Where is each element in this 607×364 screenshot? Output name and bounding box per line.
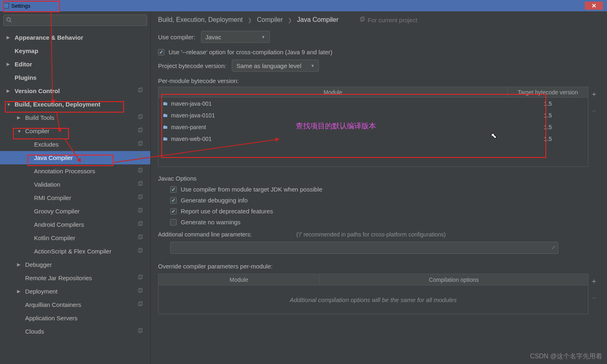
sidebar-item[interactable]: ▼Compiler <box>0 124 150 138</box>
cmdline-input[interactable]: ⤢ <box>170 242 558 254</box>
copy-icon <box>137 234 143 241</box>
search-icon <box>6 17 12 24</box>
sidebar-item[interactable]: Application Servers <box>0 311 150 325</box>
sidebar-item-label: Version Control <box>15 87 60 94</box>
target-cell[interactable]: 1.5 <box>508 112 588 119</box>
tree-arrow-icon: ▶ <box>6 88 11 94</box>
sidebar-item[interactable]: ▶Editor <box>0 57 150 71</box>
table-row[interactable]: 🖿maven-web-0011.5 <box>158 133 588 145</box>
sidebar-item-label: Appearance & Behavior <box>15 34 83 41</box>
target-column-header[interactable]: Target bytecode version <box>508 87 588 97</box>
tree-arrow-icon: ▼ <box>6 102 11 107</box>
copy-icon <box>137 87 143 94</box>
override-module-header[interactable]: Module <box>158 274 320 285</box>
sidebar-item-label: Build Tools <box>25 114 54 121</box>
copy-icon <box>137 141 143 148</box>
module-bytecode-table: Module Target bytecode version 🖿maven-ja… <box>158 87 588 167</box>
sidebar-item[interactable]: Android Compilers <box>0 218 150 231</box>
tree-arrow-icon: ▶ <box>17 289 22 294</box>
sidebar-item[interactable]: ActionScript & Flex Compiler <box>0 245 150 258</box>
tree-arrow-icon: ▶ <box>6 62 11 67</box>
target-cell[interactable]: 1.5 <box>508 100 588 107</box>
sidebar-item[interactable]: ▶Debugger <box>0 258 150 271</box>
settings-search[interactable] <box>3 15 147 26</box>
sidebar-item-label: ActionScript & Flex Compiler <box>34 248 111 255</box>
project-bytecode-value: Same as language level <box>236 62 301 69</box>
copy-icon <box>137 128 143 134</box>
sidebar-item-label: Excludes <box>34 141 59 148</box>
sidebar-item[interactable]: Groovy Compiler <box>0 204 150 218</box>
folder-icon: 🖿 <box>162 136 168 142</box>
target-cell[interactable]: 1.5 <box>508 136 588 142</box>
override-empty-text: Additional compilation options will be t… <box>158 285 588 314</box>
chevron-right-icon: ❯ <box>248 17 252 23</box>
use-compiler-select[interactable]: Javac ▼ <box>201 31 270 43</box>
module-column-header[interactable]: Module <box>158 87 508 97</box>
table-row[interactable]: 🖿maven-parent1.5 <box>158 121 588 133</box>
sidebar-item[interactable]: ▶Build Tools <box>0 111 150 124</box>
sidebar-item-label: Arquillian Containers <box>25 301 81 308</box>
copy-icon <box>137 328 143 335</box>
sidebar-item[interactable]: Keymap <box>0 44 150 57</box>
sidebar-item-label: Android Compilers <box>34 221 84 228</box>
opt-nowarn-checkbox[interactable] <box>170 219 177 226</box>
sidebar-item[interactable]: ▶Appearance & Behavior <box>0 31 150 44</box>
copy-icon <box>137 168 143 175</box>
opt-debug-checkbox[interactable] <box>170 197 177 204</box>
override-options-header[interactable]: Compilation options <box>320 274 588 285</box>
sidebar-item[interactable]: Remote Jar Repositories <box>0 271 150 285</box>
project-bytecode-select[interactable]: Same as language level ▼ <box>232 60 319 72</box>
release-option-checkbox[interactable] <box>158 49 165 55</box>
window-close-button[interactable]: ✕ <box>585 2 603 10</box>
opt-deprecated-checkbox[interactable] <box>170 208 177 215</box>
add-override-button[interactable]: ＋ <box>590 276 598 286</box>
breadcrumb-item[interactable]: Compiler <box>257 16 283 23</box>
release-option-label: Use '--release' option for cross-compila… <box>169 49 332 55</box>
sidebar-item-label: RMI Compiler <box>34 194 71 201</box>
sidebar-item-label: Plugins <box>15 74 36 81</box>
sidebar-item[interactable]: Clouds <box>0 325 150 338</box>
sidebar-item[interactable]: Arquillian Containers <box>0 298 150 311</box>
sidebar-item-label: Application Servers <box>25 315 77 321</box>
module-cell: 🖿maven-java-0101 <box>158 112 508 119</box>
copy-icon <box>137 248 143 255</box>
opt-nowarn-label: Generate no warnings <box>181 219 241 226</box>
add-module-button[interactable]: ＋ <box>590 89 598 99</box>
remove-module-button[interactable]: − <box>592 107 596 115</box>
expand-icon[interactable]: ⤢ <box>551 245 556 250</box>
svg-line-1 <box>10 21 12 22</box>
sidebar-item[interactable]: Annotation Processors <box>0 164 150 178</box>
override-label: Override compiler parameters per-module: <box>158 263 600 270</box>
chevron-down-icon: ▼ <box>261 35 265 39</box>
sidebar-item[interactable]: Java Compiler <box>0 151 150 164</box>
sidebar-item-label: Kotlin Compiler <box>34 234 75 241</box>
module-name: maven-parent <box>171 124 206 130</box>
breadcrumb-item[interactable]: Build, Execution, Deployment <box>158 16 243 23</box>
opt-deprecated-label: Report use of deprecated features <box>181 208 273 215</box>
sidebar-item[interactable]: ▼Build, Execution, Deployment <box>0 98 150 111</box>
search-input[interactable] <box>14 17 144 23</box>
sidebar-item-label: Clouds <box>25 328 44 335</box>
remove-override-button[interactable]: − <box>592 294 596 302</box>
sidebar-item[interactable]: Plugins <box>0 71 150 84</box>
sidebar-item-label: Keymap <box>15 47 38 54</box>
target-cell[interactable]: 1.5 <box>508 124 588 130</box>
window-title: Settings <box>11 3 30 9</box>
sidebar-item-label: Deployment <box>25 288 58 295</box>
sidebar-item[interactable]: Kotlin Compiler <box>0 231 150 245</box>
sidebar-item[interactable]: Validation <box>0 178 150 191</box>
use-compiler-value: Javac <box>205 34 221 40</box>
sidebar-item[interactable]: ▶Version Control <box>0 84 150 98</box>
table-row[interactable]: 🖿maven-java-01011.5 <box>158 109 588 121</box>
cmdline-label: Additional command line parameters: <box>158 231 252 238</box>
breadcrumb-note: For current project <box>368 17 417 23</box>
sidebar-item-label: Annotation Processors <box>34 168 95 175</box>
opt-target-jdk-checkbox[interactable] <box>170 186 177 193</box>
table-row[interactable]: 🖿maven-java-0011.5 <box>158 98 588 109</box>
copy-icon <box>137 275 143 281</box>
sidebar-item[interactable]: Excludes <box>0 138 150 151</box>
copy-icon <box>137 221 143 228</box>
sidebar-item[interactable]: ▶Deployment <box>0 285 150 298</box>
sidebar-item[interactable]: RMI Compiler <box>0 191 150 204</box>
chevron-down-icon: ▼ <box>311 64 315 68</box>
